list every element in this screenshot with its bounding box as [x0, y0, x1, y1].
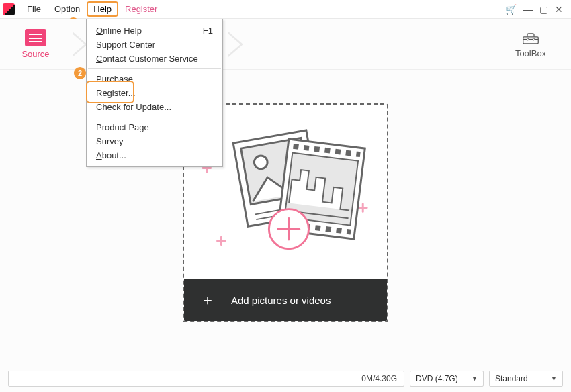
disc-type-select[interactable]: DVD (4.7G) ▼: [410, 371, 484, 387]
dd-product-page[interactable]: Product Page: [87, 120, 222, 134]
svg-rect-21: [345, 150, 351, 156]
toolbox-icon: [521, 30, 541, 46]
dd-survey[interactable]: Survey: [87, 134, 222, 148]
plus-icon: ＋: [200, 290, 215, 310]
toolbox-button[interactable]: ToolBox: [504, 30, 558, 58]
svg-rect-19: [324, 148, 331, 154]
app-logo-icon: [3, 3, 15, 15]
dd-separator: [88, 117, 221, 117]
dd-register[interactable]: Register...: [87, 86, 222, 100]
dd-purchase[interactable]: Purchase: [87, 72, 222, 86]
disc-type-value: DVD (4.7G): [416, 374, 458, 383]
menu-option[interactable]: Option: [48, 1, 87, 17]
step-source-label: Source: [21, 49, 49, 59]
dd-online-help-shortcut: F1: [203, 26, 213, 36]
minimize-button[interactable]: —: [523, 4, 533, 15]
quality-value: Standard: [495, 374, 528, 383]
maximize-button[interactable]: ▢: [539, 4, 548, 15]
dd-check-update[interactable]: Check for Update...: [87, 100, 222, 114]
dd-contact[interactable]: Contact Customer Service: [87, 52, 222, 66]
add-media-bar[interactable]: ＋ Add pictures or videos: [184, 279, 387, 321]
menu-file[interactable]: File: [20, 1, 48, 17]
toolbox-label: ToolBox: [515, 48, 546, 58]
svg-rect-18: [314, 146, 320, 152]
quality-select[interactable]: Standard ▼: [489, 371, 563, 387]
dd-separator: [88, 68, 221, 69]
caret-down-icon: ▼: [472, 375, 478, 382]
window-controls: 🛒 — ▢ ✕: [505, 4, 568, 15]
dd-about[interactable]: About...: [87, 148, 222, 162]
svg-rect-28: [336, 228, 342, 234]
svg-rect-17: [304, 145, 310, 151]
dd-support-center[interactable]: Support Center: [87, 38, 222, 52]
menu-register[interactable]: Register: [118, 1, 164, 17]
svg-rect-29: [347, 229, 351, 235]
svg-rect-16: [293, 144, 299, 150]
dd-online-help[interactable]: Online Help F1: [87, 23, 222, 38]
size-readout: 0M/4.30G: [8, 371, 404, 387]
menubar: File Option Help Register 🛒 — ▢ ✕: [0, 0, 571, 19]
chevron-icon: [223, 29, 254, 60]
svg-point-3: [533, 38, 535, 40]
svg-rect-0: [523, 37, 539, 44]
add-media-label: Add pictures or videos: [231, 295, 331, 306]
cart-icon[interactable]: 🛒: [505, 4, 517, 15]
caret-down-icon: ▼: [551, 375, 557, 382]
menu-help[interactable]: Help: [87, 1, 118, 17]
help-dropdown: Online Help F1 Support Center Contact Cu…: [86, 19, 223, 167]
svg-rect-20: [335, 149, 341, 155]
svg-rect-26: [315, 225, 321, 231]
step-source[interactable]: Source: [4, 29, 67, 59]
svg-rect-27: [325, 226, 331, 232]
svg-point-12: [253, 154, 269, 170]
svg-point-2: [527, 38, 529, 40]
source-icon: [25, 29, 46, 46]
bottom-bar: 0M/4.30G DVD (4.7G) ▼ Standard ▼: [0, 364, 571, 392]
close-button[interactable]: ✕: [555, 4, 563, 15]
svg-rect-22: [356, 152, 361, 158]
